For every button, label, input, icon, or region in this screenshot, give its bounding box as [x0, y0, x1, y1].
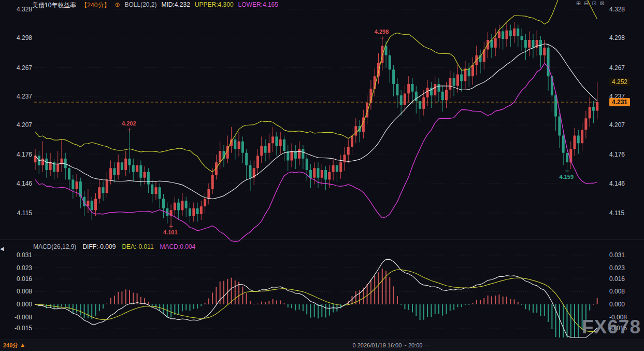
crosshair-date-label: 0 2026/01/19 16:00 ~ 20:00 一: [353, 342, 430, 349]
macd-hist-value: MACD:0.004: [160, 243, 196, 250]
annotation-markers: [127, 36, 569, 228]
layout-single-icon[interactable]: ⊡: [592, 0, 596, 6]
layout-tile-icon[interactable]: ⊟: [584, 0, 589, 6]
alert-price-tag: 4.252: [609, 78, 630, 86]
collapse-panel-icon[interactable]: ◀: [0, 246, 4, 251]
page-title: 美债10年收益率: [32, 1, 76, 10]
candles-layer: [34, 22, 599, 227]
macd-gridlines: [34, 255, 598, 328]
main-gridlines: [34, 9, 598, 213]
macd-indicator-label: MACD(26,12,9): [33, 243, 76, 250]
boll-indicator-label: BOLL(20,2): [124, 1, 156, 10]
boll-upper-line: [35, 0, 597, 172]
macd-diff-value: DIFF:-0.009: [82, 243, 116, 250]
layout-close-icon[interactable]: ⊠: [600, 0, 605, 6]
boll-lower-value: LOWER:4.165: [238, 1, 278, 10]
triangle-up-icon: ▲: [20, 342, 25, 349]
chart-timeframe-label: 【240分】: [81, 1, 110, 10]
macd-legend: MACD(26,12,9) DIFF:-0.009 DEA:-0.011 MAC…: [33, 243, 195, 250]
main-chart-legend: 美债10年收益率【240分】 ⊕ BOLL(20,2) MID:4.232 UP…: [32, 1, 278, 10]
boll-mid-value: MID:4.232: [162, 1, 190, 10]
boll-mid-line: [35, 44, 597, 199]
timeframe-selector[interactable]: 240分 ▲: [3, 342, 25, 349]
chart-canvas[interactable]: [0, 0, 644, 351]
chart-window: 4.3284.3284.2984.2984.2674.2674.2374.237…: [0, 0, 644, 351]
pane-icon-group: ⊞ ⊟ ⊡ ⊠: [576, 0, 605, 6]
add-indicator-icon[interactable]: ⊕: [115, 1, 120, 10]
layout-add-icon[interactable]: ⊞: [576, 0, 581, 6]
macd-dea-value: DEA:-0.011: [122, 243, 153, 250]
x-axis-bar: [0, 340, 644, 351]
boll-upper-value: UPPER:4.300: [195, 1, 234, 10]
macd-diff-line: [35, 259, 597, 338]
timeframe-value: 240分: [3, 342, 18, 349]
watermark-logo: FX678: [582, 316, 641, 338]
current-price-tag: 4.231: [609, 98, 630, 106]
boll-lower-line: [35, 63, 597, 241]
